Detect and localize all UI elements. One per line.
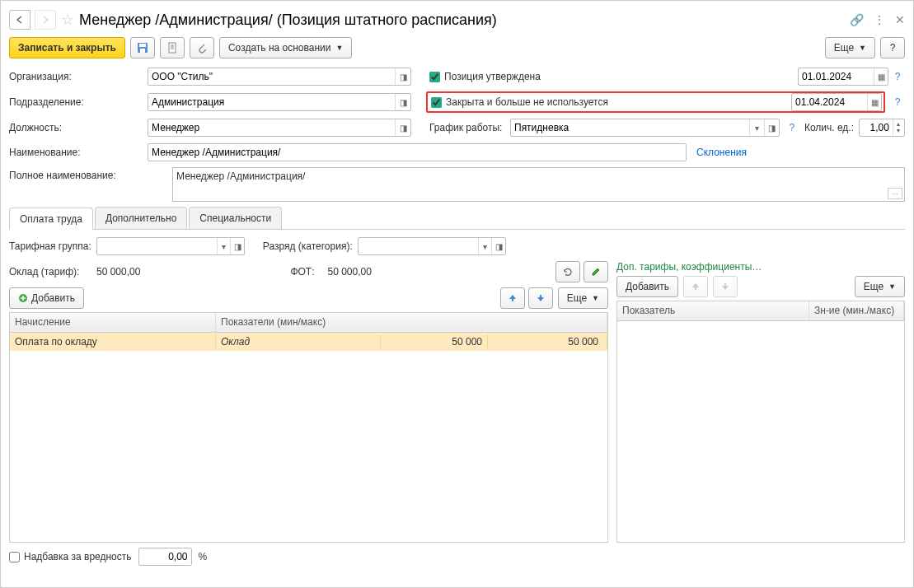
more-label: Еще (567, 292, 587, 304)
chevron-down-icon: ▼ (859, 44, 866, 52)
closed-date-input[interactable] (792, 94, 867, 110)
fot-label: ФОТ: (290, 266, 314, 278)
position-label: Должность: (9, 122, 143, 133)
harm-bonus-label: Надбавка за вредность (24, 551, 132, 562)
table-row[interactable]: Оплата по окладу Оклад 50 000 50 000 (10, 333, 607, 351)
chevron-down-icon: ▼ (335, 44, 343, 52)
more-label: Еще (834, 42, 854, 54)
dropdown-icon[interactable]: ▾ (749, 119, 764, 136)
nav-back-button[interactable] (9, 10, 30, 30)
organization-label: Организация: (9, 71, 143, 82)
stepper-icon[interactable]: ▴▾ (893, 119, 904, 136)
schedule-label: График работы: (429, 122, 505, 133)
tab-additional[interactable]: Дополнительно (95, 207, 187, 229)
close-icon[interactable]: ✕ (895, 13, 905, 26)
percent-label: % (199, 551, 208, 562)
harm-bonus-input[interactable] (139, 548, 191, 565)
grade-input[interactable] (359, 238, 478, 254)
organization-input[interactable] (148, 68, 395, 85)
dropdown-icon[interactable]: ▾ (478, 238, 491, 254)
open-icon[interactable]: ◨ (395, 119, 410, 136)
units-label: Колич. ед.: (804, 122, 854, 133)
full-name-label: Полное наименование: (9, 167, 167, 181)
col-value: Зн-ие (мин./макс) (809, 301, 904, 320)
page-title: Менеджер /Администрация/ (Позиция штатно… (79, 12, 497, 29)
full-name-textarea[interactable]: Менеджер /Администрация/ … (172, 167, 905, 202)
approved-label: Позиция утверждена (444, 71, 541, 82)
add-accrual-button[interactable]: Добавить (9, 287, 84, 309)
closed-label: Закрыта и больше не используется (446, 96, 608, 108)
open-icon[interactable]: ◨ (230, 238, 243, 254)
col-indicator: Показатель (617, 301, 809, 320)
move-down-button[interactable] (528, 287, 553, 309)
tariff-group-label: Тарифная группа: (9, 240, 91, 252)
save-and-close-button[interactable]: Записать и закрыть (9, 37, 125, 58)
open-icon[interactable]: ◨ (395, 68, 410, 85)
open-icon[interactable]: ◨ (764, 119, 779, 136)
subdivision-label: Подразделение: (9, 96, 143, 108)
svg-rect-3 (169, 43, 176, 53)
dropdown-icon[interactable]: ▾ (217, 238, 230, 254)
nav-forward-button[interactable] (35, 10, 56, 30)
chevron-down-icon: ▼ (592, 294, 599, 302)
cell-indicator: Оклад (216, 334, 381, 349)
tab-specialties[interactable]: Специальности (189, 207, 282, 229)
salary-value: 50 000,00 (96, 266, 140, 278)
units-input[interactable] (860, 119, 893, 136)
document-button[interactable] (160, 37, 185, 58)
tariff-group-input[interactable] (97, 238, 217, 254)
calendar-icon[interactable]: ▦ (874, 68, 888, 85)
additional-tariffs-link[interactable]: Доп. тарифы, коэффициенты… (616, 261, 905, 273)
more-accrual-button[interactable]: Еще▼ (558, 287, 608, 309)
expand-icon[interactable]: … (888, 188, 902, 199)
position-input[interactable] (148, 119, 395, 136)
favorite-star-icon[interactable]: ☆ (61, 11, 74, 29)
move-up-button[interactable] (500, 287, 525, 309)
approved-checkbox[interactable] (429, 72, 440, 82)
full-name-value: Менеджер /Администрация/ (176, 170, 305, 182)
open-icon[interactable]: ◨ (395, 94, 410, 110)
attachment-button[interactable] (190, 37, 214, 58)
edit-button[interactable] (584, 261, 608, 282)
help-icon[interactable]: ? (890, 68, 905, 85)
closed-checkbox[interactable] (431, 97, 442, 108)
help-icon[interactable]: ? (785, 119, 799, 136)
help-icon[interactable]: ? (890, 94, 905, 110)
svg-rect-1 (139, 44, 146, 47)
create-based-on-button[interactable]: Создать на основании▼ (219, 37, 352, 58)
cell-max: 50 000 (488, 334, 607, 349)
tab-pay[interactable]: Оплата труда (9, 208, 93, 230)
refresh-button[interactable] (555, 261, 580, 282)
more-indicator-button[interactable]: Еще▼ (855, 276, 905, 297)
calendar-icon[interactable]: ▦ (867, 94, 881, 110)
more-button[interactable]: Еще▼ (825, 37, 875, 58)
approved-date-input[interactable] (799, 68, 874, 85)
salary-label: Оклад (тариф): (9, 266, 91, 278)
kebab-menu-icon[interactable]: ⋮ (874, 13, 885, 26)
name-label: Наименование: (9, 147, 143, 158)
add-indicator-button[interactable]: Добавить (616, 276, 678, 297)
cell-min: 50 000 (381, 334, 488, 349)
add-label: Добавить (31, 292, 75, 304)
subdivision-input[interactable] (148, 94, 395, 110)
cell-accrual: Оплата по окладу (10, 334, 216, 349)
chevron-down-icon: ▼ (888, 282, 896, 291)
name-input[interactable] (148, 144, 686, 161)
create-based-label: Создать на основании (228, 42, 331, 54)
move-up-button-2[interactable] (683, 276, 708, 297)
harm-bonus-checkbox[interactable] (9, 552, 20, 562)
link-icon[interactable]: 🔗 (850, 13, 864, 26)
schedule-input[interactable] (511, 119, 749, 136)
open-icon[interactable]: ◨ (491, 238, 504, 254)
col-indicators: Показатели (мин/макс) (216, 313, 607, 332)
more-label: Еще (864, 281, 884, 292)
help-button[interactable]: ? (880, 37, 905, 58)
fot-value: 50 000,00 (328, 266, 372, 278)
save-button[interactable] (130, 37, 155, 58)
declensions-link[interactable]: Склонения (696, 147, 747, 158)
svg-rect-2 (140, 49, 145, 53)
move-down-button-2[interactable] (713, 276, 738, 297)
col-accrual: Начисление (10, 313, 216, 332)
grade-label: Разряд (категория): (263, 240, 353, 252)
